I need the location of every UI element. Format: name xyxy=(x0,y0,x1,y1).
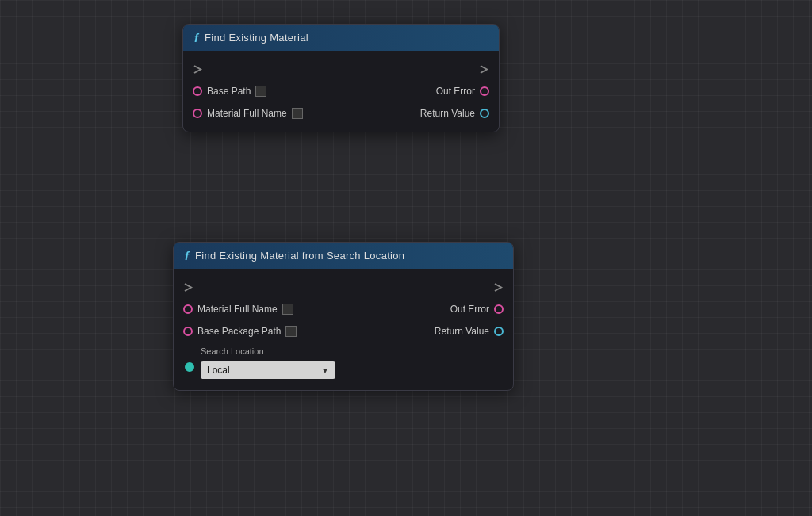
node1-title: Find Existing Material xyxy=(205,32,308,44)
node1-base-path-row: Base Path Out Error xyxy=(183,81,499,101)
node2-material-fullname-pin[interactable] xyxy=(183,304,193,314)
node1-exec-out[interactable] xyxy=(479,64,489,75)
node1-exec-row xyxy=(183,59,499,79)
node1-body: Base Path Out Error Material Full Name R… xyxy=(183,51,499,132)
node1-material-fullname-row: Material Full Name Return Value xyxy=(183,103,499,124)
node2-search-location-row: Search Location Local Global Project ▼ xyxy=(174,343,513,382)
node2-base-package-path-label: Base Package Path xyxy=(197,326,281,337)
node2-material-fullname-label: Material Full Name xyxy=(197,304,278,315)
node2-base-package-path-box[interactable] xyxy=(285,326,297,337)
node1-base-path-label: Base Path xyxy=(207,86,251,97)
node2-return-value-label: Return Value xyxy=(435,326,489,337)
node-find-existing-material-search: f Find Existing Material from Search Loc… xyxy=(173,242,514,391)
node1-material-fullname-label: Material Full Name xyxy=(207,108,287,119)
node2-out-error-pin[interactable] xyxy=(494,304,504,314)
node2-return-value-pin[interactable] xyxy=(494,327,504,336)
node2-header: f Find Existing Material from Search Loc… xyxy=(174,243,513,269)
node1-base-path-pin[interactable] xyxy=(193,86,202,96)
node2-search-location-dropdown-wrapper: Local Global Project ▼ xyxy=(201,361,335,379)
node-find-existing-material: f Find Existing Material xyxy=(182,24,500,132)
node2-search-location-pin[interactable] xyxy=(185,362,194,372)
node1-return-value-pin[interactable] xyxy=(480,109,489,118)
node2-base-package-path-pin[interactable] xyxy=(183,327,193,336)
node2-exec-out[interactable] xyxy=(493,282,504,292)
node2-exec-row xyxy=(174,277,513,297)
node1-material-fullname-pin[interactable] xyxy=(193,109,202,118)
node1-out-error-label: Out Error xyxy=(436,86,475,97)
node2-base-package-path-row: Base Package Path Return Value xyxy=(174,321,513,342)
node2-out-error-label: Out Error xyxy=(450,304,489,315)
node1-icon: f xyxy=(194,31,198,44)
node2-title: Find Existing Material from Search Locat… xyxy=(195,250,404,262)
node1-base-path-box[interactable] xyxy=(255,86,266,97)
node2-search-location-select[interactable]: Local Global Project xyxy=(201,361,335,379)
node1-out-error-pin[interactable] xyxy=(480,86,489,96)
node2-material-fullname-row: Material Full Name Out Error xyxy=(174,299,513,319)
node2-material-fullname-box[interactable] xyxy=(282,304,293,315)
node1-return-value-label: Return Value xyxy=(420,108,475,119)
node1-material-fullname-box[interactable] xyxy=(292,108,303,119)
node2-icon: f xyxy=(185,249,189,262)
node1-exec-in[interactable] xyxy=(193,64,203,75)
node2-body: Material Full Name Out Error Base Packag… xyxy=(174,269,513,390)
node1-header: f Find Existing Material xyxy=(183,25,499,51)
node2-exec-in[interactable] xyxy=(183,282,193,292)
node2-search-location-label: Search Location xyxy=(201,346,335,356)
